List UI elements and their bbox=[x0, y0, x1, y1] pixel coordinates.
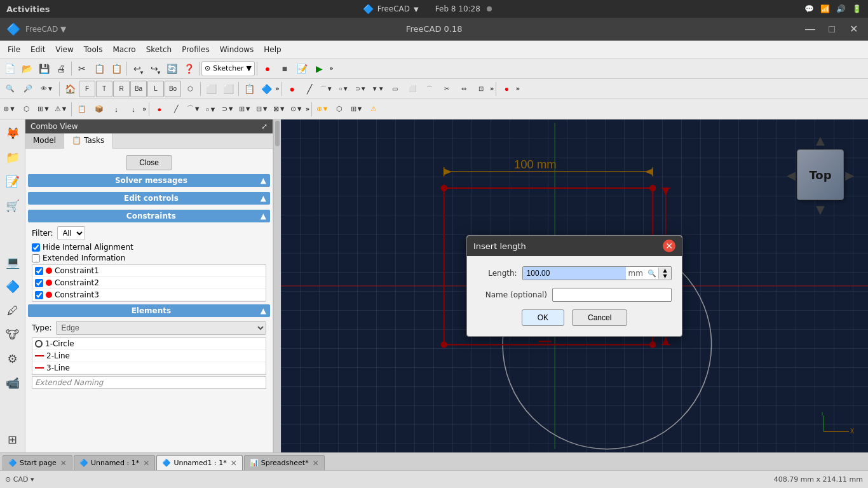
element-item-2[interactable]: 2-Line bbox=[32, 350, 266, 362]
tab-tasks[interactable]: 📋 Tasks bbox=[64, 133, 112, 149]
sketch-trim-button[interactable]: ✂ bbox=[438, 81, 455, 97]
sketch-slot-button[interactable]: ⬜ bbox=[404, 81, 421, 97]
sidebar-grid[interactable]: ⊞ bbox=[2, 428, 24, 450]
constr-block-button[interactable]: ⊠▼ bbox=[271, 101, 288, 118]
toolbar3-more[interactable]: » bbox=[490, 85, 494, 93]
menu-windows[interactable]: Windows bbox=[215, 43, 259, 56]
menu-help[interactable]: Help bbox=[259, 43, 286, 56]
filter-select[interactable]: All bbox=[57, 226, 85, 240]
view-fit-button[interactable]: 🔎 bbox=[20, 81, 36, 97]
validate-button[interactable]: ⚠▼ bbox=[53, 101, 69, 118]
constr-fix-button[interactable]: ● bbox=[151, 101, 168, 118]
cut-button[interactable]: ✂ bbox=[74, 60, 90, 77]
sidebar-firefox[interactable]: 🦊 bbox=[2, 122, 24, 144]
toolbar5-more[interactable]: » bbox=[142, 105, 147, 113]
tab-unnamed1-close[interactable]: ✕ bbox=[143, 459, 149, 468]
modal-close-button[interactable]: ✕ bbox=[663, 240, 675, 252]
attach-button[interactable]: ⊕▼ bbox=[1, 101, 18, 118]
print-button[interactable]: 🖨 bbox=[53, 60, 69, 77]
sidebar-zoom[interactable]: 📹 bbox=[2, 372, 24, 393]
elements-type-select[interactable]: Edge bbox=[56, 321, 266, 335]
toggle-panel-button[interactable]: 📋 bbox=[74, 101, 90, 118]
constr-snap-button[interactable]: ⊙▼ bbox=[288, 101, 305, 118]
maximize-button[interactable]: □ bbox=[824, 22, 840, 36]
external-geo-button[interactable]: 📦 bbox=[91, 101, 107, 118]
toolbar-more[interactable]: » bbox=[329, 64, 334, 72]
project-button[interactable]: ↓ bbox=[108, 101, 125, 118]
sketch-line-button[interactable]: ╱ bbox=[301, 81, 318, 97]
whatsthis-button[interactable]: ❓ bbox=[180, 60, 197, 77]
paste-button[interactable]: 📋 bbox=[108, 60, 125, 77]
menu-file[interactable]: File bbox=[3, 43, 25, 56]
part-union-button[interactable]: 🔷 bbox=[258, 81, 275, 97]
sketch-clone-button[interactable]: ⊡ bbox=[473, 81, 489, 97]
sketch-point-button[interactable]: ● bbox=[284, 81, 301, 97]
sketch-conic-button[interactable]: ⊃▼ bbox=[353, 81, 369, 97]
activities-label[interactable]: Activities bbox=[6, 4, 50, 14]
constraint-item-3[interactable]: Constraint3 bbox=[32, 289, 266, 301]
create-face-button[interactable]: ⬡ bbox=[18, 101, 35, 118]
tab-unnamed1[interactable]: 🔷 Unnamed : 1* ✕ bbox=[74, 455, 155, 470]
save-button[interactable]: 💾 bbox=[36, 60, 52, 77]
open-file-button[interactable]: 📂 bbox=[18, 60, 35, 77]
sketch-fillet-button[interactable]: ⌒ bbox=[421, 81, 438, 97]
constraint-item-1[interactable]: Constraint1 bbox=[32, 265, 266, 277]
tab-start-close[interactable]: ✕ bbox=[60, 459, 67, 468]
wireframe-button[interactable]: ⬜ bbox=[220, 81, 236, 97]
home-view-button[interactable]: 🏠 bbox=[62, 81, 78, 97]
new-file-button[interactable]: 📄 bbox=[1, 60, 18, 77]
auto-constr-button[interactable]: ⊕▼ bbox=[314, 101, 330, 118]
record-stop-button[interactable]: ■ bbox=[276, 60, 293, 77]
extended-info-checkbox[interactable] bbox=[32, 254, 40, 262]
toolbar6-more[interactable]: » bbox=[306, 105, 310, 113]
ok-button[interactable]: OK bbox=[522, 309, 564, 326]
redo-button[interactable]: ↪▼ bbox=[146, 60, 163, 77]
workbench-dropdown[interactable]: ⊙ Sketcher ▼ bbox=[201, 61, 255, 76]
tab-start-page[interactable]: 🔷 Start page ✕ bbox=[3, 455, 72, 470]
sketch-circle-button[interactable]: ○▼ bbox=[336, 81, 352, 97]
title-bar-right[interactable]: — □ ✕ bbox=[802, 22, 862, 36]
canvas-area[interactable]: 100 mm X Y bbox=[281, 119, 868, 452]
elements-section-header[interactable]: Elements ▲ bbox=[28, 304, 270, 317]
constr-arc-btn[interactable]: ⌒▼ bbox=[186, 101, 202, 118]
edit-controls-section-header[interactable]: Edit controls ▲ bbox=[28, 192, 270, 205]
view-mode-button[interactable]: 👁▼ bbox=[37, 81, 57, 97]
points-button[interactable]: ⬜ bbox=[203, 81, 219, 97]
constr-line-button[interactable]: ╱ bbox=[168, 101, 185, 118]
sketch-constr-coin-button[interactable]: ● bbox=[498, 81, 515, 97]
menu-view[interactable]: View bbox=[50, 43, 78, 56]
top-view-button[interactable]: T bbox=[96, 81, 112, 97]
back-view-button[interactable]: Ba bbox=[130, 81, 147, 97]
constraint1-checkbox[interactable] bbox=[35, 267, 43, 275]
record-start-button[interactable]: ● bbox=[259, 60, 276, 77]
element-item-3[interactable]: 3-Line bbox=[32, 362, 266, 374]
constraint3-checkbox[interactable] bbox=[35, 291, 43, 299]
tab-unnamed2-close[interactable]: ✕ bbox=[231, 459, 237, 468]
tab-unnamed2[interactable]: 🔷 Unnamed1 : 1* ✕ bbox=[156, 455, 242, 470]
constraint-item-2[interactable]: Constraint2 bbox=[32, 277, 266, 289]
toolbar2-more[interactable]: » bbox=[275, 85, 280, 93]
sketch-arc-button[interactable]: ⌒▼ bbox=[318, 81, 335, 97]
sketch-polyline-button[interactable]: ▼▼ bbox=[370, 81, 386, 97]
bottom-view-button[interactable]: Bo bbox=[165, 81, 181, 97]
refresh-button[interactable]: 🔄 bbox=[163, 60, 180, 77]
sidebar-freecad[interactable]: 🔷 bbox=[2, 275, 24, 297]
app-name[interactable]: FreeCAD bbox=[377, 4, 410, 13]
switch-mode-button[interactable]: ⊞▼ bbox=[348, 101, 365, 118]
sidebar-store[interactable]: 🛒 bbox=[2, 194, 24, 216]
scroll-thumb[interactable] bbox=[275, 121, 280, 146]
length-down-button[interactable]: ▼ bbox=[659, 273, 671, 279]
sketch-mirror-button[interactable]: ⇔ bbox=[456, 81, 472, 97]
sidebar-files[interactable]: 📁 bbox=[2, 146, 24, 168]
toolbar4-more[interactable]: » bbox=[515, 85, 520, 93]
length-spinner[interactable]: ▲ ▼ bbox=[658, 268, 671, 279]
menu-edit[interactable]: Edit bbox=[25, 43, 50, 56]
hide-internal-checkbox[interactable] bbox=[32, 243, 40, 252]
execute-button[interactable]: ▶ bbox=[311, 60, 327, 77]
close-button[interactable]: ✕ bbox=[845, 22, 862, 36]
view-standard-button[interactable]: 🔍 bbox=[1, 81, 19, 97]
render-button[interactable]: ⚠ bbox=[365, 101, 382, 118]
copy-button[interactable]: 📋 bbox=[91, 60, 107, 77]
fix-all-button[interactable]: ⬡ bbox=[331, 101, 348, 118]
name-input[interactable] bbox=[552, 288, 672, 302]
